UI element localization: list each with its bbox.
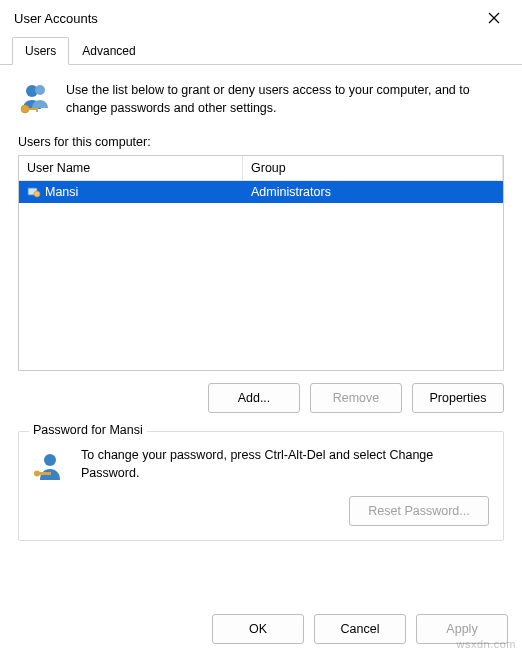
- close-button[interactable]: [474, 4, 514, 32]
- intro-row: Use the list below to grant or deny user…: [18, 81, 504, 117]
- reset-button-row: Reset Password...: [33, 496, 489, 526]
- svg-point-8: [34, 191, 40, 197]
- table-row[interactable]: Mansi Administrators: [19, 181, 503, 203]
- password-text: To change your password, press Ctrl-Alt-…: [81, 446, 489, 482]
- user-row-group: Administrators: [251, 185, 331, 199]
- svg-point-4: [21, 105, 29, 113]
- close-icon: [488, 12, 500, 24]
- tab-users[interactable]: Users: [12, 37, 69, 65]
- column-header-group[interactable]: Group: [243, 156, 503, 180]
- svg-point-3: [35, 85, 45, 95]
- user-list-header: User Name Group: [19, 156, 503, 181]
- user-row-name: Mansi: [45, 185, 78, 199]
- users-keys-icon: [18, 81, 54, 117]
- reset-password-button: Reset Password...: [349, 496, 489, 526]
- column-header-username[interactable]: User Name: [19, 156, 243, 180]
- apply-button: Apply: [416, 614, 508, 644]
- user-icon: [27, 185, 41, 199]
- titlebar: User Accounts: [0, 0, 522, 36]
- user-buttons-row: Add... Remove Properties: [18, 383, 504, 413]
- add-button[interactable]: Add...: [208, 383, 300, 413]
- svg-rect-6: [36, 108, 38, 112]
- user-accounts-window: User Accounts Users Advanced: [0, 0, 522, 658]
- dialog-buttons: OK Cancel Apply: [0, 600, 522, 658]
- user-list: User Name Group Mansi Administrators: [18, 155, 504, 371]
- tab-advanced[interactable]: Advanced: [69, 37, 148, 65]
- user-row-name-cell: Mansi: [19, 185, 243, 199]
- tab-users-label: Users: [25, 44, 56, 58]
- password-user-icon: [33, 450, 67, 484]
- svg-point-9: [44, 454, 56, 466]
- users-list-label: Users for this computer:: [18, 135, 504, 149]
- ok-button[interactable]: OK: [212, 614, 304, 644]
- intro-text: Use the list below to grant or deny user…: [66, 81, 504, 117]
- window-title: User Accounts: [14, 11, 474, 26]
- svg-point-11: [34, 471, 40, 477]
- password-groupbox-title: Password for Mansi: [29, 423, 147, 437]
- tab-advanced-label: Advanced: [82, 44, 135, 58]
- properties-button[interactable]: Properties: [412, 383, 504, 413]
- remove-button: Remove: [310, 383, 402, 413]
- tabstrip: Users Advanced: [0, 36, 522, 65]
- user-row-group-cell: Administrators: [243, 185, 503, 199]
- tab-body-users: Use the list below to grant or deny user…: [0, 65, 522, 600]
- cancel-button[interactable]: Cancel: [314, 614, 406, 644]
- password-content: To change your password, press Ctrl-Alt-…: [33, 446, 489, 484]
- password-groupbox: Password for Mansi To change your passwo…: [18, 431, 504, 541]
